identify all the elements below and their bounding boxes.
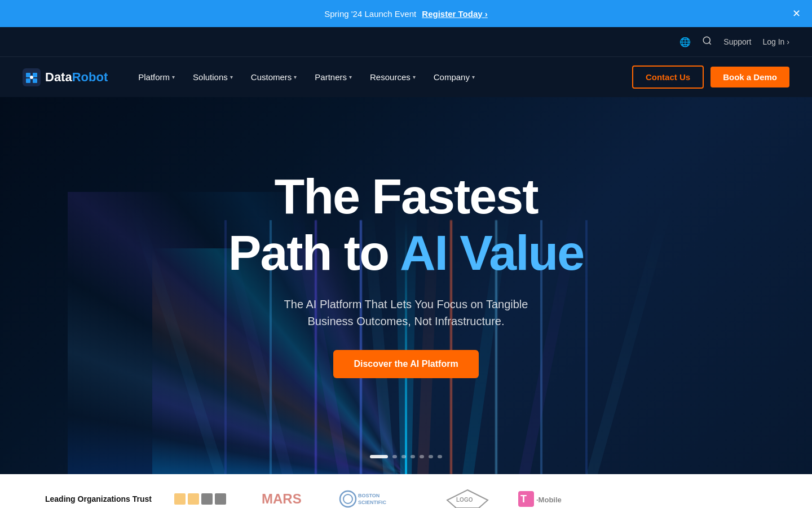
trust-logos: MARS BOSTON SCIENTIFIC LOGO T ·Mobile	[174, 489, 580, 509]
nav-item-customers[interactable]: Customers ▾	[243, 68, 305, 86]
register-arrow: ›	[485, 9, 488, 19]
hero-title-path-to: Path to	[228, 227, 389, 279]
hero-title-ai-value: AI Value	[400, 227, 584, 279]
company-chevron: ▾	[472, 74, 475, 80]
logo-text-robot: Robot	[72, 70, 108, 84]
svg-text:BOSTON: BOSTON	[358, 493, 379, 498]
hero-subtitle: The AI Platform That Lets You Focus on T…	[228, 296, 584, 330]
svg-text:SCIENTIFIC: SCIENTIFIC	[358, 500, 387, 505]
svg-text:T: T	[520, 493, 527, 505]
login-arrow: ›	[787, 37, 789, 46]
login-link[interactable]: Log In ›	[762, 37, 789, 46]
trust-logo-4: LOGO	[445, 489, 490, 509]
svg-rect-4	[33, 73, 37, 77]
svg-point-7	[30, 76, 33, 79]
carousel-dot-2[interactable]	[392, 455, 397, 458]
nav-item-resources[interactable]: Resources ▾	[362, 68, 423, 86]
svg-point-23	[343, 494, 352, 503]
announcement-bar: Spring '24 Launch Event Register Today ›…	[0, 0, 812, 27]
svg-rect-5	[26, 78, 30, 83]
carousel-dot-4[interactable]	[411, 455, 415, 458]
nav-item-platform[interactable]: Platform ▾	[130, 68, 183, 86]
logo-text-data: Data	[45, 70, 72, 84]
carousel-dot-3[interactable]	[401, 455, 406, 458]
support-link[interactable]: Support	[723, 37, 751, 46]
resources-chevron: ▾	[413, 74, 416, 80]
nav-item-partners[interactable]: Partners ▾	[307, 68, 360, 86]
svg-text:LOGO: LOGO	[456, 497, 473, 503]
solutions-chevron: ▾	[230, 74, 233, 80]
book-demo-button[interactable]: Book a Demo	[710, 67, 789, 87]
svg-rect-6	[33, 78, 37, 83]
main-nav: DataRobot Platform ▾ Solutions ▾ Custome…	[0, 56, 812, 97]
svg-rect-18	[188, 493, 199, 505]
hero-content: The Fastest Path to AI Value The AI Plat…	[206, 170, 607, 379]
customers-chevron: ▾	[294, 74, 297, 80]
platform-chevron: ▾	[172, 74, 175, 80]
carousel-dot-5[interactable]	[420, 455, 424, 458]
nav-item-solutions[interactable]: Solutions ▾	[185, 68, 241, 86]
trust-logo-1	[174, 489, 231, 509]
hero-title-line1: The Fastest	[228, 170, 584, 222]
utility-bar: 🌐 Support Log In ›	[0, 27, 812, 56]
svg-rect-17	[174, 493, 186, 505]
trust-logo-boston-scientific: BOSTON SCIENTIFIC	[338, 489, 417, 509]
svg-rect-3	[26, 73, 30, 77]
search-icon[interactable]	[702, 36, 712, 48]
nav-links: Platform ▾ Solutions ▾ Customers ▾ Partn…	[130, 68, 632, 86]
hero-section: The Fastest Path to AI Value The AI Plat…	[0, 97, 812, 474]
globe-icon[interactable]: 🌐	[679, 37, 691, 47]
logo[interactable]: DataRobot	[23, 68, 108, 86]
logo-icon	[23, 68, 41, 86]
carousel-dots	[370, 455, 442, 458]
hero-title-line2: Path to AI Value	[228, 227, 584, 279]
svg-line-1	[709, 42, 711, 44]
carousel-dot-6[interactable]	[429, 455, 433, 458]
register-link[interactable]: Register Today ›	[422, 9, 487, 19]
carousel-dot-7[interactable]	[438, 455, 442, 458]
contact-us-button[interactable]: Contact Us	[632, 65, 704, 89]
close-announcement-button[interactable]: ✕	[792, 8, 801, 19]
trust-label: Leading Organizations Trust	[45, 494, 152, 503]
svg-point-0	[704, 37, 710, 43]
trust-logo-mars: MARS	[259, 489, 310, 509]
carousel-dot-1[interactable]	[370, 455, 388, 458]
announcement-text: Spring '24 Launch Event	[324, 9, 416, 19]
svg-rect-20	[215, 493, 226, 505]
trust-section: Leading Organizations Trust MARS BOSTON …	[0, 474, 812, 508]
logo-text: DataRobot	[45, 70, 108, 85]
svg-text:MARS: MARS	[262, 491, 302, 506]
svg-text:·Mobile: ·Mobile	[536, 496, 562, 504]
announcement-separator	[416, 9, 418, 19]
partners-chevron: ▾	[349, 74, 352, 80]
nav-item-company[interactable]: Company ▾	[426, 68, 483, 86]
discover-platform-button[interactable]: Discover the AI Platform	[333, 350, 478, 378]
nav-actions: Contact Us Book a Demo	[632, 65, 789, 89]
svg-rect-19	[201, 493, 213, 505]
svg-point-22	[340, 491, 356, 507]
trust-logo-tmobile: T ·Mobile	[518, 489, 580, 509]
